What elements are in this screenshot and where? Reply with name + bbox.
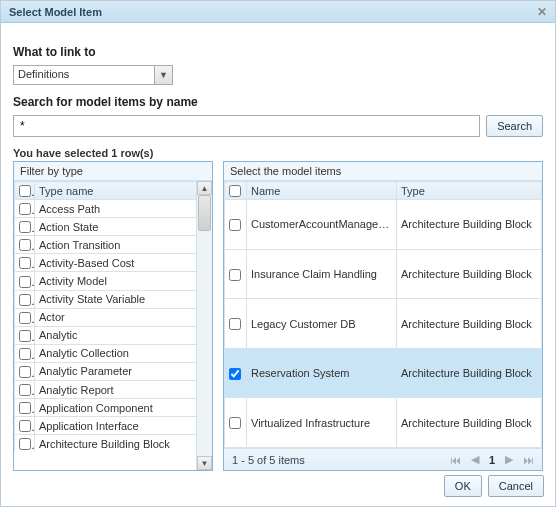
filter-row[interactable]: Architecture Building Block — [15, 435, 197, 451]
dropdown-selected: Definitions — [14, 66, 154, 84]
items-row-checkbox[interactable] — [229, 219, 241, 231]
filter-row-checkbox[interactable] — [19, 420, 31, 432]
filter-row-label: Activity-Based Cost — [35, 254, 197, 272]
filter-row-label: Actor — [35, 308, 197, 326]
items-row-checkbox[interactable] — [229, 318, 241, 330]
items-header-type[interactable]: Type — [397, 182, 542, 200]
filter-row-label: Activity Model — [35, 272, 197, 290]
items-row-checkbox[interactable] — [229, 417, 241, 429]
items-row-type: Architecture Building Block — [397, 398, 542, 448]
items-row-name: Virtualized Infrastructure — [247, 398, 397, 448]
filter-row[interactable]: Application Interface — [15, 417, 197, 435]
filter-row[interactable]: Analytic Collection — [15, 344, 197, 362]
scroll-track[interactable] — [197, 195, 212, 456]
what-to-link-heading: What to link to — [13, 45, 543, 59]
filter-row-label: Analytic — [35, 326, 197, 344]
filter-row-label: Application Component — [35, 399, 197, 417]
filter-row-label: Activity State Variable — [35, 290, 197, 308]
items-select-all-checkbox[interactable] — [229, 185, 241, 197]
filter-row[interactable]: Analytic — [15, 326, 197, 344]
filter-scrollbar[interactable]: ▲ ▼ — [196, 181, 212, 470]
cancel-button[interactable]: Cancel — [488, 475, 544, 497]
ok-button[interactable]: OK — [444, 475, 482, 497]
items-header-name[interactable]: Name — [247, 182, 397, 200]
filter-row-label: Action Transition — [35, 236, 197, 254]
filter-row[interactable]: Activity Model — [15, 272, 197, 290]
search-input[interactable] — [13, 115, 480, 137]
filter-row-checkbox[interactable] — [19, 203, 31, 215]
items-row-name: Insurance Claim Handling — [247, 249, 397, 299]
items-row-name: Legacy Customer DB — [247, 299, 397, 349]
scroll-thumb[interactable] — [198, 195, 211, 231]
dialog-titlebar[interactable]: Select Model Item ✕ — [1, 1, 555, 23]
filter-row-checkbox[interactable] — [19, 312, 31, 324]
model-items-panel: Select the model items Name Type Custome… — [223, 161, 543, 471]
filter-row-checkbox[interactable] — [19, 384, 31, 396]
filter-row[interactable]: Action State — [15, 218, 197, 236]
filter-row[interactable]: Application Component — [15, 399, 197, 417]
pager-first-icon[interactable]: ⏮ — [450, 454, 461, 466]
filter-row-label: Application Interface — [35, 417, 197, 435]
filter-row[interactable]: Analytic Parameter — [15, 362, 197, 380]
filter-row[interactable]: Actor — [15, 308, 197, 326]
items-panel-title: Select the model items — [224, 162, 542, 181]
pager-next-icon[interactable]: ▶ — [505, 453, 513, 466]
scroll-down-icon[interactable]: ▼ — [197, 456, 212, 470]
search-button[interactable]: Search — [486, 115, 543, 137]
filter-row-checkbox[interactable] — [19, 438, 31, 450]
scroll-up-icon[interactable]: ▲ — [197, 181, 212, 195]
filter-row[interactable]: Action Transition — [15, 236, 197, 254]
selection-count: You have selected 1 row(s) — [13, 147, 543, 159]
what-to-link-dropdown[interactable]: Definitions ▼ — [13, 65, 173, 85]
filter-row-checkbox[interactable] — [19, 257, 31, 269]
close-icon[interactable]: ✕ — [535, 5, 549, 19]
pager-prev-icon[interactable]: ◀ — [471, 453, 479, 466]
filter-row-label: Analytic Parameter — [35, 362, 197, 380]
dialog-title: Select Model Item — [9, 6, 102, 18]
search-heading: Search for model items by name — [13, 95, 543, 109]
filter-row-label: Architecture Building Block — [35, 435, 197, 451]
items-row[interactable]: Reservation SystemArchitecture Building … — [225, 348, 542, 398]
filter-row[interactable]: Activity-Based Cost — [15, 254, 197, 272]
filter-by-type-panel: Filter by type Type name Access PathActi… — [13, 161, 213, 471]
items-row-name: Reservation System — [247, 348, 397, 398]
items-row[interactable]: Legacy Customer DBArchitecture Building … — [225, 299, 542, 349]
filter-panel-title: Filter by type — [14, 162, 212, 181]
filter-row-checkbox[interactable] — [19, 276, 31, 288]
filter-row-checkbox[interactable] — [19, 402, 31, 414]
items-pager: 1 - 5 of 5 items ⏮ ◀ 1 ▶ ⏭ — [224, 448, 542, 470]
items-row-type: Architecture Building Block — [397, 348, 542, 398]
items-row[interactable]: Virtualized InfrastructureArchitecture B… — [225, 398, 542, 448]
filter-row-checkbox[interactable] — [19, 366, 31, 378]
pager-current-page: 1 — [489, 454, 495, 466]
model-items-table: Name Type CustomerAccountManagementArchi… — [224, 181, 542, 448]
filter-row[interactable]: Activity State Variable — [15, 290, 197, 308]
filter-row-label: Analytic Collection — [35, 344, 197, 362]
filter-row-label: Analytic Report — [35, 381, 197, 399]
items-row-type: Architecture Building Block — [397, 249, 542, 299]
filter-select-all-checkbox[interactable] — [19, 185, 31, 197]
pager-last-icon[interactable]: ⏭ — [523, 454, 534, 466]
items-row-name: CustomerAccountManagement — [247, 200, 397, 250]
filter-row-checkbox[interactable] — [19, 348, 31, 360]
filter-header-typename[interactable]: Type name — [35, 182, 197, 200]
pager-summary: 1 - 5 of 5 items — [232, 454, 305, 466]
filter-row-checkbox[interactable] — [19, 330, 31, 342]
items-row-checkbox[interactable] — [229, 368, 241, 380]
filter-row-label: Access Path — [35, 200, 197, 218]
filter-type-table: Type name Access PathAction StateAction … — [14, 181, 196, 451]
filter-row-checkbox[interactable] — [19, 221, 31, 233]
items-row[interactable]: CustomerAccountManagementArchitecture Bu… — [225, 200, 542, 250]
filter-row-checkbox[interactable] — [19, 239, 31, 251]
filter-row[interactable]: Analytic Report — [15, 381, 197, 399]
filter-row-label: Action State — [35, 218, 197, 236]
filter-row[interactable]: Access Path — [15, 200, 197, 218]
select-model-item-dialog: Select Model Item ✕ What to link to Defi… — [0, 0, 556, 507]
chevron-down-icon[interactable]: ▼ — [154, 66, 172, 84]
items-row-type: Architecture Building Block — [397, 299, 542, 349]
items-row-type: Architecture Building Block — [397, 200, 542, 250]
items-row[interactable]: Insurance Claim HandlingArchitecture Bui… — [225, 249, 542, 299]
items-row-checkbox[interactable] — [229, 269, 241, 281]
filter-row-checkbox[interactable] — [19, 294, 31, 306]
